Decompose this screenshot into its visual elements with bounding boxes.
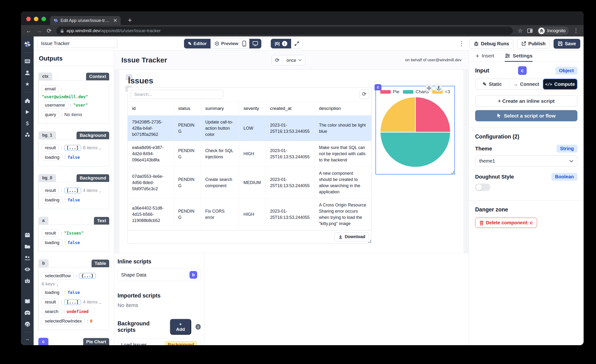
compute-option[interactable]: </> Compute — [543, 79, 577, 90]
desktop-view-button[interactable] — [249, 39, 261, 48]
resources-spinner-icon[interactable] — [25, 132, 30, 138]
collapse-arrow-icon[interactable]: → — [25, 336, 30, 342]
table-row[interactable]: 07da0553-4e6e-4d56-8ded-5fd0f7d5c3c2 PEN… — [128, 167, 372, 198]
output-tab[interactable]: bg_1 — [38, 131, 56, 139]
tab-insert[interactable]: + Insert — [476, 51, 494, 62]
audit-eye-icon[interactable] — [24, 266, 30, 273]
preview-eye-icon — [215, 41, 219, 46]
lock-icon — [60, 29, 64, 33]
editor-mode-button[interactable]: ✎ Editor — [184, 39, 210, 48]
new-tab-button[interactable]: + — [128, 17, 132, 24]
resize-handle[interactable] — [451, 171, 454, 174]
table-row[interactable]: a36e4402-51d8-4d15-b566-119088b8cb52 PEN… — [128, 198, 372, 230]
column-header[interactable]: description — [314, 102, 371, 116]
component-tab-c[interactable]: c — [374, 84, 381, 90]
home-icon[interactable] — [25, 97, 30, 104]
table-row[interactable]: 794208f5-2735-428a-b4af-b071ff0a2962 PEN… — [128, 116, 372, 141]
publish-button[interactable]: Publish — [517, 39, 550, 49]
fullscreen-button[interactable] — [291, 39, 302, 48]
legend-item[interactable]: Charts — [403, 89, 429, 94]
variables-dollar-icon[interactable]: $ — [26, 120, 29, 126]
select-script-button[interactable]: Select a script or flow — [475, 110, 577, 121]
refresh-button[interactable]: ⟳ — [272, 55, 283, 65]
pie-chart-component[interactable]: Pie Charts <3 — [375, 86, 455, 174]
theme-select[interactable]: theme1 — [475, 156, 577, 167]
expand-array-pill[interactable]: [...] — [64, 145, 81, 151]
preview-mode-button[interactable]: Preview — [210, 39, 242, 48]
mobile-view-button[interactable] — [239, 39, 249, 48]
resize-handle[interactable] — [368, 240, 371, 243]
output-tab[interactable]: a — [38, 217, 48, 224]
refresh-mode-dropdown[interactable]: once — [283, 55, 305, 65]
maximize-window-button[interactable] — [41, 17, 46, 21]
expand-array-pill[interactable]: [...] — [64, 299, 81, 305]
schedules-calendar-icon[interactable] — [25, 232, 30, 238]
inline-script-item[interactable]: Shape Data b — [118, 269, 201, 281]
output-tab[interactable]: c — [38, 338, 48, 345]
add-background-script-button[interactable]: + Add — [170, 319, 191, 335]
output-tab[interactable]: bg_0 — [38, 174, 56, 182]
favorites-star-icon[interactable]: ★ — [25, 81, 30, 87]
doughnut-style-label: Doughnut Style — [475, 174, 514, 180]
folders-icon[interactable] — [25, 243, 30, 250]
tab-close-icon[interactable]: ✕ — [113, 18, 117, 23]
save-button[interactable]: Save — [554, 39, 580, 49]
windmill-logo-icon[interactable] — [24, 40, 31, 48]
tab-settings[interactable]: Settings — [505, 51, 533, 62]
debug-runs-button[interactable]: Debug Runs — [469, 39, 513, 49]
address-bar[interactable]: app.windmill.dev/apps/edit/u/user/issue-… — [56, 27, 513, 35]
delete-component-button[interactable]: Delete component: c — [475, 218, 537, 228]
bookmark-star-icon[interactable]: ☆ — [518, 27, 523, 34]
forward-icon[interactable]: → — [36, 27, 42, 34]
user-icon[interactable] — [25, 70, 30, 76]
table-row[interactable]: eaba8d96-e387-4d2d-8494-096e4143b8fa PEN… — [128, 141, 372, 167]
browser-tab[interactable]: Edit App u/user/issue-tracker ✕ — [50, 16, 121, 25]
move-handle[interactable] — [425, 85, 432, 91]
column-header[interactable]: summary — [201, 102, 239, 116]
window-controls[interactable] — [26, 17, 46, 21]
cell-id: a36e4402-51d8-4d15-b566-119088b8cb52 — [128, 198, 174, 230]
more-menu-icon[interactable]: ⋮ — [458, 40, 465, 47]
doughnut-style-toggle[interactable] — [475, 184, 490, 191]
app-name-input[interactable] — [37, 39, 117, 48]
anchor-icon[interactable] — [435, 85, 442, 91]
back-icon[interactable]: ← — [26, 27, 31, 34]
column-header[interactable]: status — [174, 102, 201, 116]
runs-play-icon[interactable] — [25, 109, 30, 115]
browser-menu-icon[interactable]: ⋮ — [573, 27, 579, 34]
background-script-item[interactable]: Load Issues Background — [118, 339, 201, 345]
discord-icon[interactable] — [24, 310, 30, 316]
search-input[interactable] — [131, 90, 224, 99]
groups-users-icon[interactable] — [24, 255, 30, 261]
inline-scripts-title: Inline scripts — [118, 258, 201, 265]
output-value: "user@windmill.dev" — [42, 94, 88, 99]
expand-object-pill[interactable]: {...} — [79, 273, 96, 279]
download-button[interactable]: Download — [335, 232, 369, 241]
side-panel-icon[interactable] — [527, 28, 533, 33]
output-tab[interactable]: ctx — [38, 73, 52, 80]
cell-status: PENDING — [174, 167, 201, 198]
incognito-badge: Incognito — [537, 27, 569, 35]
static-option[interactable]: ✎ Static — [475, 79, 509, 89]
apps-board-icon[interactable] — [25, 58, 30, 64]
output-tab[interactable]: b — [38, 259, 49, 267]
legend-item[interactable]: Pie — [380, 89, 399, 94]
column-header[interactable]: created_at — [266, 102, 314, 116]
github-icon[interactable] — [25, 321, 30, 327]
docs-book-icon[interactable] — [25, 298, 30, 305]
table-refresh-button[interactable]: ⟳ — [359, 89, 369, 99]
create-inline-script-button[interactable]: + Create an inline script — [475, 95, 577, 107]
app-canvas: Issue Tracker ⟳ once on behalf of user@w… — [114, 51, 469, 345]
column-header[interactable]: id — [128, 102, 174, 116]
column-header[interactable]: severity — [239, 102, 266, 116]
connect-option[interactable]: → Connect — [509, 79, 543, 89]
table-component[interactable]: ⟳ id status summary severity — [127, 87, 372, 243]
workers-robot-icon[interactable] — [25, 278, 30, 284]
expand-array-pill[interactable]: [...] — [64, 188, 81, 193]
info-icon[interactable]: i — [195, 324, 201, 330]
outputs-toggle-button[interactable]: |0| i — [271, 39, 291, 48]
reload-icon[interactable]: ⟳ — [47, 27, 52, 34]
close-window-button[interactable] — [26, 17, 31, 21]
minimize-window-button[interactable] — [34, 17, 38, 21]
selected-component-badge: c — [518, 66, 527, 75]
